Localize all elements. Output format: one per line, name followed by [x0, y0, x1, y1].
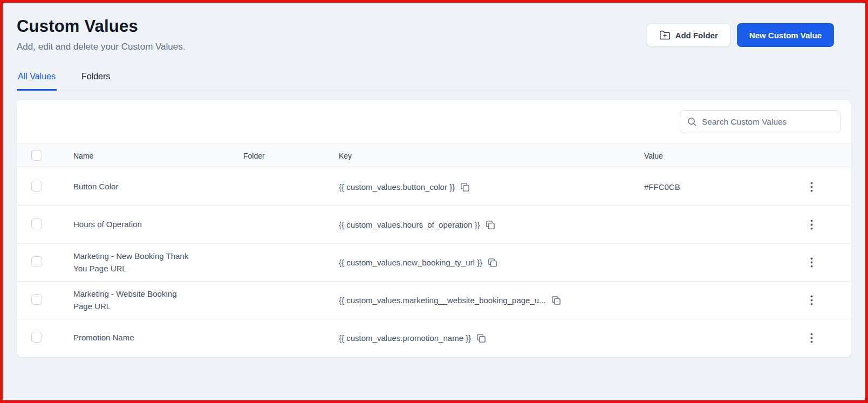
- row-checkbox-cell: [17, 294, 73, 306]
- custom-value-name: Promotion Name: [73, 332, 189, 344]
- search-input[interactable]: [680, 110, 840, 133]
- column-header-key: Key: [339, 152, 644, 160]
- custom-value-key: {{ custom_values.new_booking_ty_url }}: [339, 258, 482, 267]
- kebab-menu-icon[interactable]: [807, 293, 816, 308]
- custom-value-value: #FFC0CB: [644, 182, 772, 192]
- row-actions-cell: [772, 180, 851, 194]
- custom-value-key-cell: {{ custom_values.promotion_name }}: [339, 333, 644, 343]
- kebab-menu-icon[interactable]: [807, 217, 816, 232]
- header-checkbox-cell: [17, 150, 73, 162]
- table-row: Promotion Name{{ custom_values.promotion…: [17, 319, 851, 357]
- row-checkbox-cell: [17, 181, 73, 193]
- row-actions-cell: [772, 331, 851, 345]
- custom-value-name: Marketing - New Booking Thank You Page U…: [73, 250, 189, 275]
- custom-value-key: {{ custom_values.button_color }}: [339, 182, 455, 192]
- tab-bar: All ValuesFolders: [17, 72, 851, 91]
- add-folder-button[interactable]: Add Folder: [647, 23, 730, 47]
- row-checkbox-cell: [17, 256, 73, 269]
- kebab-menu-icon[interactable]: [807, 331, 816, 345]
- new-custom-value-label: New Custom Value: [749, 31, 822, 40]
- custom-value-key-cell: {{ custom_values.marketing__website_book…: [339, 295, 644, 305]
- tab-all-values[interactable]: All Values: [17, 72, 57, 91]
- search-box: [680, 110, 840, 133]
- page-title: Custom Values: [17, 17, 185, 36]
- column-header-value: Value: [644, 152, 772, 160]
- table-row: Hours of Operation{{ custom_values.hours…: [17, 206, 851, 244]
- copy-key-icon[interactable]: [487, 257, 497, 268]
- row-checkbox[interactable]: [31, 256, 42, 267]
- custom-value-name-cell: Marketing - New Booking Thank You Page U…: [73, 250, 243, 275]
- custom-value-name-cell: Hours of Operation: [73, 218, 243, 231]
- custom-value-key: {{ custom_values.marketing__website_book…: [339, 296, 546, 305]
- column-header-folder: Folder: [243, 152, 339, 160]
- custom-value-name: Hours of Operation: [73, 218, 189, 231]
- card-toolbar: [17, 100, 851, 144]
- row-actions-cell: [772, 255, 851, 270]
- custom-value-name: Button Color: [73, 181, 189, 193]
- custom-value-key-cell: {{ custom_values.new_booking_ty_url }}: [339, 257, 644, 268]
- row-checkbox-cell: [17, 218, 73, 231]
- table-header-row: Name Folder Key Value: [17, 144, 851, 168]
- kebab-menu-icon[interactable]: [807, 255, 816, 270]
- row-actions-cell: [772, 217, 851, 232]
- table-row: Marketing - Website Booking Page URL{{ c…: [17, 282, 851, 319]
- table-row: Button Color{{ custom_values.button_colo…: [17, 168, 851, 206]
- page-header: Custom Values Add, edit and delete your …: [17, 17, 851, 52]
- table-row: Marketing - New Booking Thank You Page U…: [17, 244, 851, 282]
- copy-key-icon[interactable]: [485, 220, 495, 230]
- row-checkbox[interactable]: [31, 218, 42, 229]
- search-icon: [687, 117, 697, 129]
- copy-key-icon[interactable]: [476, 333, 486, 343]
- custom-value-name-cell: Marketing - Website Booking Page URL: [73, 288, 243, 312]
- row-checkbox-cell: [17, 332, 73, 344]
- custom-value-name-cell: Button Color: [73, 181, 243, 193]
- add-folder-label: Add Folder: [675, 31, 718, 40]
- header-actions: Add Folder New Custom Value: [647, 23, 834, 47]
- tab-folders[interactable]: Folders: [80, 72, 111, 91]
- custom-value-name-cell: Promotion Name: [73, 332, 243, 344]
- page-subtitle: Add, edit and delete your Custom Values.: [17, 42, 185, 52]
- page-title-block: Custom Values Add, edit and delete your …: [17, 17, 185, 52]
- column-header-name: Name: [73, 152, 243, 160]
- custom-value-name: Marketing - Website Booking Page URL: [73, 288, 189, 312]
- row-actions-cell: [772, 293, 851, 308]
- table-body: Button Color{{ custom_values.button_colo…: [17, 168, 851, 357]
- copy-key-icon[interactable]: [551, 295, 561, 305]
- new-custom-value-button[interactable]: New Custom Value: [737, 23, 834, 47]
- custom-values-page: Custom Values Add, edit and delete your …: [3, 3, 865, 357]
- custom-value-key-cell: {{ custom_values.button_color }}: [339, 182, 644, 192]
- row-checkbox[interactable]: [31, 181, 42, 192]
- custom-values-card: Name Folder Key Value Button Color{{ cus…: [17, 100, 851, 357]
- copy-key-icon[interactable]: [460, 182, 470, 192]
- custom-value-key: {{ custom_values.promotion_name }}: [339, 333, 471, 343]
- custom-value-key-cell: {{ custom_values.hours_of_operation }}: [339, 220, 644, 230]
- custom-value-key: {{ custom_values.hours_of_operation }}: [339, 220, 480, 229]
- select-all-checkbox[interactable]: [31, 150, 42, 161]
- row-checkbox[interactable]: [31, 294, 42, 305]
- row-checkbox[interactable]: [31, 332, 42, 343]
- folder-plus-icon: [659, 30, 671, 41]
- kebab-menu-icon[interactable]: [807, 180, 816, 194]
